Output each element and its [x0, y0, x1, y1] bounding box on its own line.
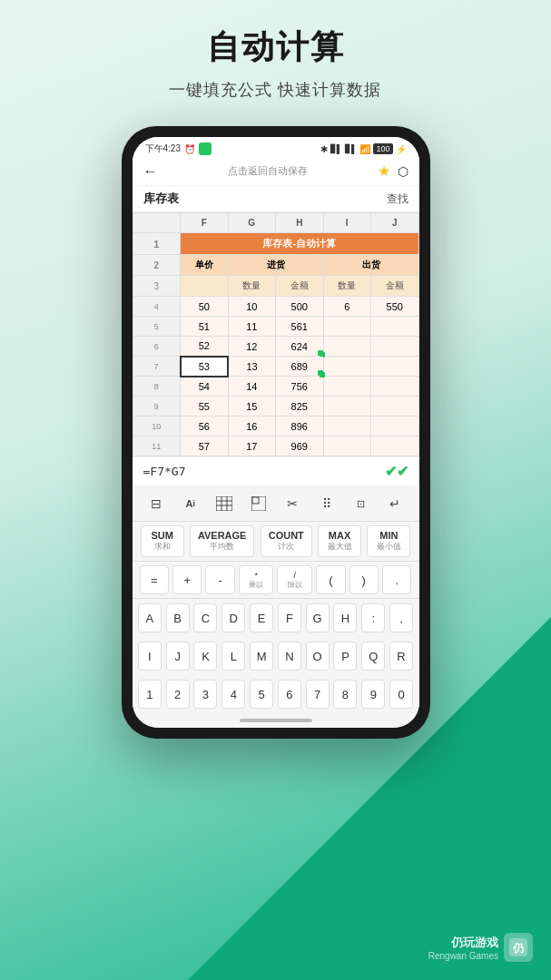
kb-format-icon[interactable]: Ai	[178, 493, 203, 514]
cell-H5[interactable]: 561	[276, 317, 324, 337]
cell-H10[interactable]: 896	[276, 416, 324, 436]
cell-F7[interactable]: 53	[181, 357, 229, 377]
kb-collapse-icon[interactable]: ⊟	[143, 493, 169, 514]
cell-G5[interactable]: 11	[228, 317, 276, 337]
cell-H7[interactable]: 689	[276, 357, 324, 377]
cell-F6[interactable]: 52	[181, 337, 229, 357]
key-3[interactable]: 3	[193, 680, 217, 709]
col-header-H[interactable]: H	[276, 213, 324, 233]
key-dot[interactable]: .	[382, 565, 411, 594]
key-P[interactable]: P	[333, 642, 357, 671]
cell-F9[interactable]: 55	[181, 397, 229, 416]
cell-J6[interactable]	[371, 337, 419, 357]
cell-F5[interactable]: 51	[181, 317, 229, 337]
col-header-F[interactable]: F	[181, 213, 229, 233]
key-minus[interactable]: -	[205, 565, 234, 594]
key-O[interactable]: O	[306, 642, 330, 671]
cell-H3[interactable]: 金额	[276, 276, 324, 297]
cell-F10[interactable]: 56	[181, 416, 229, 436]
cell-J4[interactable]: 550	[371, 297, 419, 317]
share-button[interactable]: ⬡	[398, 164, 408, 179]
key-divide[interactable]: /除以	[277, 565, 312, 594]
formula-input[interactable]: =F7*G7	[143, 465, 186, 478]
key-1[interactable]: 1	[138, 680, 162, 709]
key-comma[interactable]: ,	[389, 603, 413, 632]
cell-H4[interactable]: 500	[276, 297, 324, 317]
cell-F2[interactable]: 单价	[181, 255, 229, 276]
key-M[interactable]: M	[250, 642, 273, 671]
key-rparen[interactable]: )	[349, 565, 379, 594]
cell-F8[interactable]: 54	[181, 377, 229, 397]
col-header-J[interactable]: J	[371, 213, 419, 233]
cell-I6[interactable]	[323, 337, 371, 357]
key-8[interactable]: 8	[333, 680, 357, 709]
cell-G3[interactable]: 数量	[228, 276, 276, 297]
cell-I11[interactable]	[323, 436, 371, 456]
cell-I8[interactable]	[323, 377, 371, 397]
key-0[interactable]: 0	[389, 680, 413, 709]
key-N[interactable]: N	[278, 642, 301, 671]
find-button[interactable]: 查找	[387, 191, 408, 207]
cell-J3[interactable]: 金额	[371, 276, 419, 297]
cell-G7[interactable]: 13	[228, 357, 276, 377]
func-sum-button[interactable]: SUM 求和	[141, 525, 184, 557]
key-9[interactable]: 9	[361, 680, 385, 709]
cell-J10[interactable]	[371, 416, 419, 436]
key-J[interactable]: J	[166, 642, 190, 671]
cell-J11[interactable]	[371, 436, 419, 456]
cell-I7[interactable]	[323, 357, 371, 377]
key-equals[interactable]: =	[140, 565, 169, 594]
key-B[interactable]: B	[166, 603, 190, 632]
key-7[interactable]: 7	[306, 680, 330, 709]
key-A[interactable]: A	[138, 603, 162, 632]
sheet-header-cell[interactable]: 库存表-自动计算	[181, 233, 419, 255]
key-L[interactable]: L	[221, 642, 245, 671]
cell-I4[interactable]: 6	[323, 297, 371, 317]
cell-G8[interactable]: 14	[228, 377, 276, 397]
key-D[interactable]: D	[221, 603, 245, 632]
key-R[interactable]: R	[389, 642, 413, 671]
cell-J8[interactable]	[371, 377, 419, 397]
func-average-button[interactable]: AVERAGE 平均数	[190, 525, 255, 557]
cell-G11[interactable]: 17	[228, 436, 276, 456]
kb-cut-icon[interactable]: ✂	[280, 493, 305, 514]
cell-F3[interactable]	[181, 276, 229, 297]
formula-confirm[interactable]: ✔✔	[385, 463, 408, 480]
cell-J9[interactable]	[371, 397, 419, 416]
func-min-button[interactable]: MIN 最小值	[367, 525, 410, 557]
cell-H8[interactable]: 756	[276, 377, 324, 397]
cell-F11[interactable]: 57	[181, 436, 229, 456]
key-6[interactable]: 6	[278, 680, 301, 709]
cell-H11[interactable]: 969	[276, 436, 324, 456]
kb-grid-icon[interactable]: ⠿	[314, 493, 339, 514]
key-I[interactable]: I	[138, 642, 162, 671]
cell-I3[interactable]: 数量	[323, 276, 371, 297]
func-count-button[interactable]: COUNT 计次	[261, 525, 312, 557]
key-H[interactable]: H	[333, 603, 357, 632]
kb-cell-icon[interactable]	[246, 493, 271, 514]
cell-GH2[interactable]: 进货	[228, 255, 323, 276]
key-Q[interactable]: Q	[361, 642, 385, 671]
key-5[interactable]: 5	[250, 680, 273, 709]
key-K[interactable]: K	[193, 642, 217, 671]
key-F[interactable]: F	[278, 603, 301, 632]
back-button[interactable]: ←	[143, 163, 158, 180]
cell-F4[interactable]: 50	[181, 297, 229, 317]
cell-J7[interactable]	[371, 357, 419, 377]
cell-I10[interactable]	[323, 416, 371, 436]
cell-I5[interactable]	[323, 317, 371, 337]
kb-insert-icon[interactable]: ⊡	[348, 493, 373, 514]
key-4[interactable]: 4	[221, 680, 245, 709]
cell-I9[interactable]	[323, 397, 371, 416]
kb-table-icon[interactable]	[212, 493, 237, 514]
key-E[interactable]: E	[250, 603, 273, 632]
cell-H9[interactable]: 825	[276, 397, 324, 416]
cell-IJ2[interactable]: 出货	[323, 255, 418, 276]
col-header-G[interactable]: G	[228, 213, 276, 233]
func-max-button[interactable]: MAX 最大值	[318, 525, 361, 557]
kb-enter-icon[interactable]: ↵	[382, 493, 408, 514]
key-plus[interactable]: +	[172, 565, 202, 594]
key-G[interactable]: G	[306, 603, 330, 632]
cell-J5[interactable]	[371, 317, 419, 337]
cell-G6[interactable]: 12	[228, 337, 276, 357]
